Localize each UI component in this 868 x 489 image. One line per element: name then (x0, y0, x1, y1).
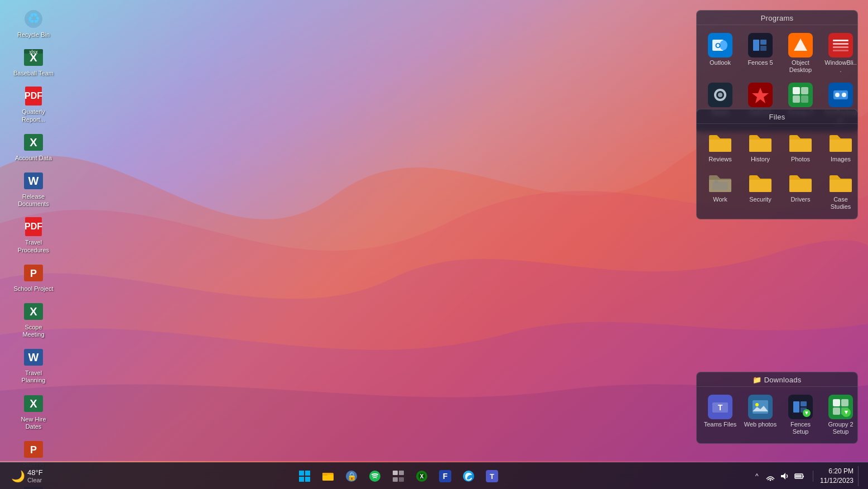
file-explorer-button[interactable] (318, 466, 338, 486)
fence-item-work[interactable]: Work (701, 169, 739, 214)
fence-item-outlook[interactable]: O Outlook (701, 30, 739, 77)
svg-rect-67 (801, 401, 807, 406)
svg-point-56 (842, 93, 846, 97)
svg-rect-40 (833, 46, 848, 48)
svg-rect-91 (399, 477, 404, 482)
svg-text:PDF: PDF (25, 222, 42, 231)
travel-planning-label: Travel Planning (13, 370, 54, 384)
teams-button[interactable]: T (482, 466, 502, 486)
scope-meeting-label: Scope Meeting (13, 324, 54, 338)
fence-item-fences-setup[interactable]: ▼ Fences Setup (782, 391, 819, 439)
desktop-icon-school-project[interactable]: P School Project (11, 260, 56, 295)
fence-item-teams-files[interactable]: T Teams Files (701, 391, 739, 439)
photos-folder-icon (788, 132, 813, 154)
svg-text:F: F (442, 472, 447, 481)
fence-item-web-photos[interactable]: Web photos (741, 391, 779, 439)
history-folder-icon (748, 132, 773, 154)
desktop-icon-quarterly-report[interactable]: PDF Quaterly Report... (11, 83, 56, 125)
groupy2-setup-icon: ▼ (828, 395, 853, 419)
fence-item-photos-label: Photos (791, 156, 810, 163)
galciv4-icon (748, 83, 773, 107)
svg-text:♻: ♻ (27, 10, 40, 27)
fence-item-history[interactable]: History (741, 128, 779, 166)
tray-battery-icon[interactable] (793, 469, 806, 483)
fence-item-security[interactable]: Security (741, 169, 779, 214)
svg-rect-66 (793, 401, 799, 413)
svg-text:X: X (30, 397, 37, 410)
taskbar-clock[interactable]: 6:20 PM 11/12/2023 (818, 467, 856, 486)
fence-item-drivers[interactable]: Drivers (782, 169, 819, 214)
spotify-button[interactable] (365, 466, 385, 486)
task-view-button[interactable] (388, 466, 408, 486)
svg-text:🔒: 🔒 (346, 472, 356, 481)
svg-rect-50 (801, 87, 808, 94)
fence-item-groupy2-setup[interactable]: ▼ Groupy 2 Setup (822, 391, 860, 439)
desktop-icon-account-data[interactable]: X Account Data (11, 129, 56, 164)
fence-item-windowblinds[interactable]: WindowBli... (822, 30, 860, 77)
svg-rect-103 (803, 476, 804, 477)
web-photos-icon (748, 395, 773, 419)
svg-rect-104 (795, 474, 802, 477)
new-hire-dates-label: New Hire Dates (13, 416, 54, 430)
desktop-icon-travel-planning[interactable]: W Travel Planning (11, 344, 56, 386)
security-folder-icon (748, 172, 773, 194)
fence-item-photos[interactable]: Photos (782, 128, 819, 166)
fence-item-reviews[interactable]: Reviews (701, 128, 739, 166)
svg-text:X: X (30, 305, 37, 318)
svg-text:X: X (30, 136, 37, 148)
weather-widget[interactable]: 🌙 48°F Clear (7, 468, 47, 483)
windowblinds-icon (828, 33, 853, 57)
svg-text:W: W (28, 175, 39, 187)
release-documents-label: Release Documents (13, 193, 54, 208)
weather-text: 48°F Clear (27, 468, 43, 483)
scope-meeting-icon: X (22, 300, 45, 323)
xbox-button[interactable]: X (412, 466, 432, 486)
clock-time: 6:20 PM (820, 467, 853, 476)
fence-programs-title: Programs (697, 11, 857, 25)
drivers-folder-icon (788, 172, 813, 194)
baseball-team-label: Baseball Team (13, 70, 54, 77)
svg-rect-49 (793, 87, 800, 94)
fence-item-groupy2-setup-label: Groupy 2 Setup (824, 421, 857, 435)
fence-item-images[interactable]: Images (822, 128, 860, 166)
svg-rect-81 (305, 477, 310, 482)
travel-procedures-label: Travel Procedures (13, 239, 54, 253)
fence-item-web-photos-label: Web photos (744, 421, 777, 428)
stardock-button[interactable]: F (435, 466, 455, 486)
svg-point-45 (718, 93, 722, 97)
fence-downloads-grid: T Teams Files Web photos ▼ Fences Setup … (697, 387, 857, 443)
baseball-team-icon: Xxlsx (22, 46, 45, 69)
show-desktop-button[interactable] (858, 466, 861, 486)
svg-point-64 (755, 403, 759, 406)
desktop-icon-new-hire-dates[interactable]: X New Hire Dates (11, 390, 56, 433)
desktop-icon-baseball-team[interactable]: Xxlsx Baseball Team (11, 44, 56, 79)
tray-network-icon[interactable] (764, 469, 777, 483)
edge-button[interactable] (459, 466, 479, 486)
quarterly-report-icon: PDF (22, 85, 45, 107)
fence-item-fences5[interactable]: Fences 5 (741, 30, 779, 77)
svg-rect-88 (393, 471, 398, 475)
fence-item-case-studies[interactable]: Case Studies (822, 169, 860, 214)
desktop-icon-release-documents[interactable]: W Release Documents (11, 167, 56, 210)
tray-volume-icon[interactable] (778, 469, 792, 483)
weather-icon: 🌙 (11, 469, 25, 483)
svg-rect-74 (833, 408, 840, 415)
fence-item-drivers-label: Drivers (791, 196, 811, 203)
desktop-icon-recycle-bin[interactable]: ♻ Recycle Bin (11, 6, 56, 41)
tray-chevron[interactable]: ^ (751, 471, 763, 482)
privacy-button[interactable]: 🔒 (341, 466, 361, 486)
fence-item-reviews-label: Reviews (708, 156, 732, 163)
desktop-icon-travel-procedures[interactable]: PDF Travel Procedures (11, 213, 56, 256)
svg-rect-34 (760, 46, 766, 51)
desktop-icon-scope-meeting[interactable]: X Scope Meeting (11, 298, 56, 341)
svg-rect-84 (322, 473, 327, 476)
school-project-icon: P (22, 262, 45, 284)
fence-item-images-label: Images (831, 156, 851, 163)
reviews-folder-icon (708, 132, 732, 154)
fence-item-object-desktop[interactable]: Object Desktop (782, 30, 819, 77)
desktop-icon-area: ♻ Recycle Bin Xxlsx Baseball Team PDF Qu… (0, 0, 67, 461)
images-folder-icon (828, 132, 853, 154)
start-button[interactable] (295, 466, 315, 486)
fence-files: Files Reviews History Photos (696, 109, 858, 219)
recycle-bin-icon: ♻ (22, 8, 45, 30)
